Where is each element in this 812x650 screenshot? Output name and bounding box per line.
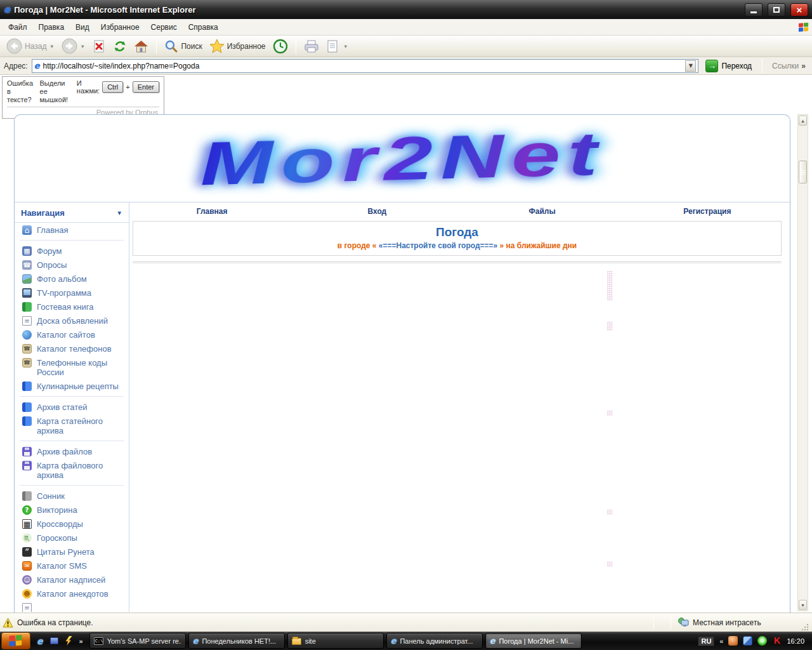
menu-help[interactable]: Справка <box>183 20 224 34</box>
task-pogoda-active[interactable]: e Погода | Mor2Net - Mi... <box>485 633 582 649</box>
sidebar-item-viktorina[interactable]: Викторина <box>15 503 129 517</box>
close-button[interactable]: × <box>790 3 808 17</box>
scrollbar-thumb[interactable] <box>799 161 807 183</box>
quicklaunch-ie-icon[interactable]: e <box>37 637 43 646</box>
task-site-folder[interactable]: site <box>287 633 384 649</box>
sidebar-item-label: Сонник <box>37 491 65 501</box>
sidebar-item-katalog-sms[interactable]: Каталог SMS <box>15 559 129 573</box>
intranet-zone-icon <box>678 618 689 627</box>
scroll-up-button[interactable]: ▴ <box>799 116 807 126</box>
sidebar-item-katalog-saytov[interactable]: Каталог сайтов <box>15 328 129 342</box>
print-button[interactable] <box>301 38 322 55</box>
edit-button[interactable] <box>324 38 341 55</box>
links-chevron-icon[interactable]: » <box>801 62 806 70</box>
task-admin-panel[interactable]: e Панель администрат... <box>386 633 483 649</box>
topnav-glavnaya[interactable]: Главная <box>129 207 294 216</box>
topnav-registratsiya[interactable]: Регистрация <box>625 207 790 216</box>
show-desktop-icon[interactable] <box>50 637 58 644</box>
sidebar-item-katalog-nadpisey[interactable]: Каталог надписей <box>15 573 129 587</box>
sidebar-item-katalog-anekdotov[interactable]: Каталог анекдотов <box>15 587 129 600</box>
menu-edit[interactable]: Правка <box>33 20 70 34</box>
sidebar-item-telefonnye-kody[interactable]: Телефонные коды России <box>15 355 129 379</box>
chevron-down-icon[interactable]: ▾ <box>117 209 121 217</box>
refresh-button[interactable] <box>110 38 129 55</box>
sidebar-item-tsitaty-runeta[interactable]: Цитаты Рунета <box>15 545 129 559</box>
sidebar-divider <box>20 441 124 441</box>
stop-button[interactable] <box>89 38 108 55</box>
toolbar-overflow-dropdown-icon[interactable]: ▾ <box>343 43 349 50</box>
tray-chevron-icon[interactable]: « <box>719 637 723 645</box>
menu-tools[interactable]: Сервис <box>145 20 183 34</box>
sidebar-item-oprosy[interactable]: Опросы <box>15 258 129 272</box>
topnav-vhod[interactable]: Вход <box>294 207 459 216</box>
sidebar-item-glavnaya[interactable]: Главная <box>15 223 129 237</box>
go-button[interactable]: → Переход <box>702 59 755 73</box>
sidebar-item-partial[interactable] <box>15 600 129 612</box>
orphus-widget[interactable]: Ошибкав тексте? Выдели еемышкой! И нажми… <box>2 76 164 119</box>
address-url[interactable]: http://localhost/~site/index.php?name=Po… <box>43 62 683 70</box>
sidebar-item-kulinarnye-retsepty[interactable]: Кулинарные рецепты <box>15 379 129 393</box>
sidebar-navigation: Навигация ▾ Главная Форум Опросы <box>15 202 129 612</box>
address-input[interactable]: e http://localhost/~site/index.php?name=… <box>32 59 699 73</box>
window-titlebar: e Погода | Mor2Net - Microsoft Internet … <box>0 0 812 19</box>
city-setup-link[interactable]: «===Настройте свой город===» <box>379 241 497 250</box>
menu-favorites[interactable]: Избранное <box>95 20 145 34</box>
sidebar-item-karta-faylovogo[interactable]: Карта файлового архива <box>15 458 129 482</box>
site-logo-text: Mor2Net <box>199 118 606 199</box>
menu-file[interactable]: Файл <box>3 20 33 34</box>
tray-qip-icon[interactable] <box>757 636 767 646</box>
address-dropdown-button[interactable]: ▼ <box>685 60 696 72</box>
scroll-down-button[interactable]: ▾ <box>799 600 807 610</box>
history-button[interactable] <box>270 37 291 55</box>
sidebar-item-arhiv-statey[interactable]: Архив статей <box>15 400 129 414</box>
task-buttons: Yom's SA-MP server re... e Понедельников… <box>89 633 582 649</box>
task-yoms-samp[interactable]: Yom's SA-MP server re... <box>89 633 186 649</box>
sidebar-item-foto-albom[interactable]: Фото альбом <box>15 272 129 286</box>
tray-agent-icon[interactable] <box>728 636 738 646</box>
links-toolbar[interactable]: Ссылки » <box>769 62 808 70</box>
sidebar-item-gostevaya-kniga[interactable]: Гостевая книга <box>15 300 129 314</box>
phonebook-icon <box>22 358 32 368</box>
sidebar-item-tv-programma[interactable]: TV-программа <box>15 286 129 300</box>
print-icon <box>304 39 319 53</box>
menu-view[interactable]: Вид <box>70 20 95 34</box>
quicklaunch-chevron-icon[interactable]: » <box>79 637 83 645</box>
resize-grip[interactable] <box>801 623 809 632</box>
sidebar-item-label: Каталог телефонов <box>37 344 112 354</box>
sidebar-item-arhiv-faylov[interactable]: Архив файлов <box>15 444 129 458</box>
vertical-scrollbar[interactable]: ▴ ▾ <box>797 114 808 611</box>
sidebar-item-sonnik[interactable]: Сонник <box>15 489 129 503</box>
tray-kaspersky-icon[interactable] <box>772 636 782 646</box>
task-ponedelnikov[interactable]: e Понедельников НЕТ!... <box>188 633 285 649</box>
security-zone: Местная интрасеть <box>675 618 796 627</box>
search-button[interactable]: Поиск <box>162 38 204 55</box>
back-button[interactable]: Назад ▾ <box>4 37 57 55</box>
ie-icon: e <box>391 637 396 645</box>
maximize-button[interactable] <box>768 3 785 17</box>
sidebar-item-forum[interactable]: Форум <box>15 244 129 258</box>
sidebar-item-karta-stateynogo[interactable]: Карта статейного архива <box>15 414 129 437</box>
sidebar-item-goroskopy[interactable]: Гороскопы <box>15 531 129 545</box>
lightning-icon[interactable] <box>65 636 72 646</box>
start-button[interactable] <box>1 632 30 649</box>
sidebar-header[interactable]: Навигация ▾ <box>15 205 129 223</box>
home-button[interactable] <box>131 38 151 55</box>
minimize-button[interactable] <box>745 3 763 17</box>
topnav-fayly[interactable]: Файлы <box>460 207 625 216</box>
sidebar-item-doska-obyavleniy[interactable]: Доска объявлений <box>15 314 129 328</box>
toolbar-separator <box>156 39 157 54</box>
page-subtitle: в городе « «===Настройте свой город===» … <box>133 241 781 250</box>
forward-dropdown-icon[interactable]: ▾ <box>80 43 86 50</box>
forward-button[interactable]: ▾ <box>59 37 88 55</box>
language-indicator[interactable]: RU <box>698 636 714 646</box>
sidebar-item-katalog-telefonov[interactable]: Каталог телефонов <box>15 342 129 355</box>
edit-page-icon <box>326 39 339 53</box>
tray-network-icon[interactable] <box>743 636 752 646</box>
go-arrow-icon: → <box>705 60 718 72</box>
taskbar: e » Yom's SA-MP server re... e Понедельн… <box>0 632 812 650</box>
back-dropdown-icon[interactable]: ▾ <box>49 43 55 50</box>
sidebar-item-label: Телефонные коды России <box>37 358 125 377</box>
sidebar-item-label: Каталог анекдотов <box>37 589 108 599</box>
favorites-button[interactable]: Избранное <box>207 37 268 55</box>
sidebar-item-krossvordy[interactable]: Кроссворды <box>15 517 129 531</box>
